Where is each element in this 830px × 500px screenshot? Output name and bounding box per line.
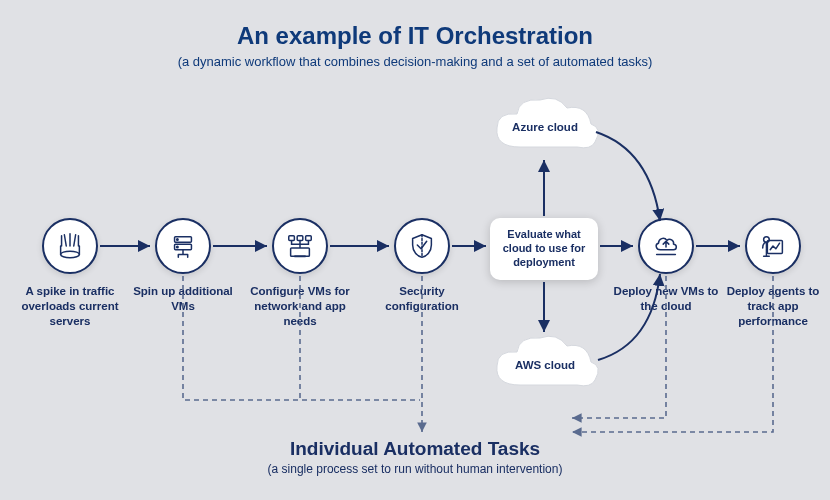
node-label: Deploy agents to track app performance [718, 284, 828, 329]
node-configure-vms: Configure VMs for network and app needs [245, 218, 355, 329]
footer-subtitle: (a single process set to run without hum… [0, 462, 830, 476]
aws-cloud-node: AWS cloud [485, 330, 605, 400]
decision-label: Evaluate what cloud to use for deploymen… [496, 228, 592, 269]
node-label: Spin up additional VMs [128, 284, 238, 314]
azure-cloud-node: Azure cloud [485, 92, 605, 162]
svg-rect-7 [289, 236, 295, 241]
configure-vms-icon [272, 218, 328, 274]
svg-point-10 [764, 237, 770, 243]
node-label: Configure VMs for network and app needs [245, 284, 355, 329]
node-deploy-agents: Deploy agents to track app performance [718, 218, 828, 329]
footer-block: Individual Automated Tasks (a single pro… [0, 438, 830, 476]
svg-point-4 [177, 246, 179, 248]
header-block: An example of IT Orchestration (a dynami… [0, 0, 830, 69]
page-subtitle: (a dynamic workflow that combines decisi… [0, 54, 830, 69]
node-traffic-spike: A spike in traffic overloads current ser… [15, 218, 125, 329]
azure-cloud-label: Azure cloud [512, 120, 578, 134]
node-deploy-vms: Deploy new VMs to the cloud [611, 218, 721, 314]
aws-cloud-label: AWS cloud [515, 358, 575, 372]
footer-title: Individual Automated Tasks [0, 438, 830, 460]
decision-node: Evaluate what cloud to use for deploymen… [490, 218, 598, 280]
svg-point-0 [61, 251, 80, 258]
svg-rect-5 [291, 248, 310, 256]
node-label: A spike in traffic overloads current ser… [15, 284, 125, 329]
spin-up-vms-icon [155, 218, 211, 274]
node-security-config: Security configuration [367, 218, 477, 314]
svg-rect-8 [306, 236, 312, 241]
page-title: An example of IT Orchestration [0, 22, 830, 50]
svg-rect-6 [297, 236, 303, 241]
deploy-agents-icon [745, 218, 801, 274]
svg-point-3 [177, 239, 179, 241]
deploy-vms-icon [638, 218, 694, 274]
node-label: Security configuration [367, 284, 477, 314]
traffic-spike-icon [42, 218, 98, 274]
node-label: Deploy new VMs to the cloud [611, 284, 721, 314]
security-config-icon [394, 218, 450, 274]
node-spin-up-vms: Spin up additional VMs [128, 218, 238, 314]
